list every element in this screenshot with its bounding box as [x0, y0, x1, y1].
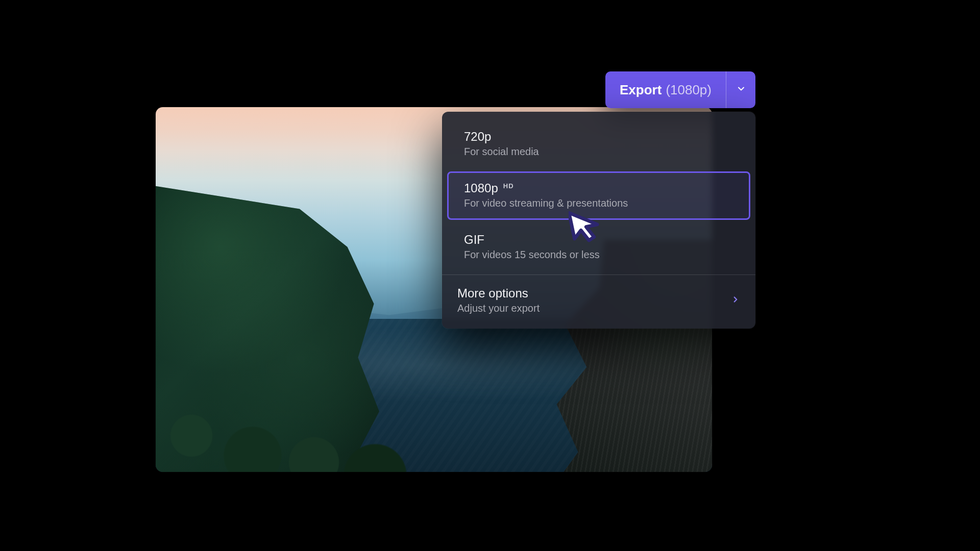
hd-badge: HD: [503, 182, 514, 190]
export-dropdown-menu: 720p For social media 1080p HD For video…: [442, 112, 755, 329]
export-split-button: Export (1080p): [605, 71, 755, 108]
preview-layer: [156, 383, 452, 472]
export-option-subtitle: For videos 15 seconds or less: [464, 249, 733, 261]
export-button-label: Export: [620, 82, 662, 98]
export-option-title: 720p: [464, 130, 491, 144]
export-option-title: 1080p: [464, 181, 498, 195]
export-option-subtitle: For video streaming & presentations: [464, 197, 733, 209]
export-option-subtitle: For social media: [464, 146, 733, 158]
divider: [442, 274, 755, 275]
export-button[interactable]: Export (1080p): [605, 71, 726, 108]
more-options-subtitle: Adjust your export: [457, 303, 540, 314]
export-more-options[interactable]: More options Adjust your export: [442, 278, 755, 323]
export-option-gif[interactable]: GIF For videos 15 seconds or less: [447, 223, 750, 271]
export-button-resolution: (1080p): [666, 82, 712, 98]
export-option-720p[interactable]: 720p For social media: [447, 120, 750, 168]
chevron-right-icon: [731, 295, 740, 306]
export-option-title: GIF: [464, 233, 484, 247]
more-options-title: More options: [457, 286, 540, 300]
chevron-down-icon: [736, 84, 746, 96]
export-option-1080p[interactable]: 1080p HD For video streaming & presentat…: [447, 171, 750, 220]
export-dropdown-toggle[interactable]: [726, 71, 755, 108]
